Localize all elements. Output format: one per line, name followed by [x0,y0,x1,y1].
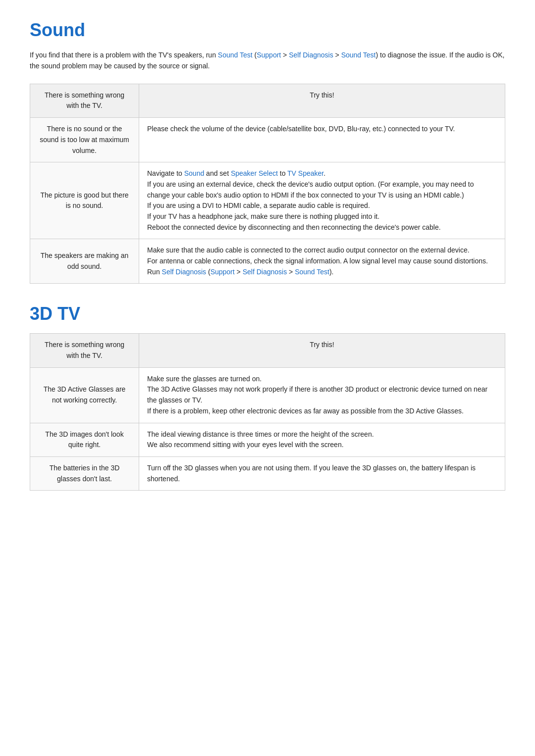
3dtv-solution-2: The ideal viewing distance is three time… [139,423,505,456]
sound-link-sol2[interactable]: Sound [184,169,204,177]
3dtv-solution-3: Turn off the 3D glasses when you are not… [139,456,505,490]
sol2-before: Navigate to [147,169,184,177]
3dtv-problem-3: The batteries in the 3D glasses don't la… [30,456,139,490]
3dtv-col2-header: Try this! [139,334,505,367]
sound-col1-header: There is something wrong with the TV. [30,84,139,117]
sol2-between2: to [278,169,287,177]
self-diagnosis-link-3[interactable]: Self Diagnosis [243,268,287,276]
sol2-between1: and set [204,169,231,177]
3dtv-section-title: 3D TV [30,303,505,324]
sol3-between: ( [206,268,211,276]
sound-problem-3: The speakers are making an odd sound. [30,239,139,284]
sound-intro: If you find that there is a problem with… [30,50,505,72]
3dtv-problem-1: The 3D Active Glasses are not working co… [30,367,139,423]
sol3-arrow1: > [235,268,243,276]
intro-arrow-1: > [281,51,289,59]
sound-test-link-3[interactable]: Sound Test [295,268,329,276]
sol3-end: ). [329,268,334,276]
table-row: The 3D Active Glasses are not working co… [30,367,505,423]
sound-test-link-1[interactable]: Sound Test [218,51,253,59]
self-diagnosis-link-1[interactable]: Self Diagnosis [289,51,333,59]
sound-solution-2: Navigate to Sound and set Speaker Select… [139,162,505,239]
sound-problem-1: There is no sound or the sound is too lo… [30,118,139,162]
intro-arrow-2: > [333,51,341,59]
table-row: The batteries in the 3D glasses don't la… [30,456,505,490]
3dtv-table: There is something wrong with the TV. Tr… [30,333,505,491]
sound-table: There is something wrong with the TV. Tr… [30,84,505,284]
self-diagnosis-link-2[interactable]: Self Diagnosis [162,268,207,276]
sound-problem-2: The picture is good but there is no soun… [30,162,139,239]
sol3-arrow2: > [287,268,295,276]
table-row: The speakers are making an odd sound. Ma… [30,239,505,284]
3dtv-section: 3D TV There is something wrong with the … [30,303,505,491]
sound-col2-header: Try this! [139,84,505,117]
tv-speaker-link[interactable]: TV Speaker [287,169,323,177]
speaker-select-link[interactable]: Speaker Select [231,169,278,177]
table-row: The picture is good but there is no soun… [30,162,505,239]
sound-test-link-2[interactable]: Sound Test [341,51,376,59]
table-row: The 3D images don't look quite right. Th… [30,423,505,456]
sound-solution-3: Make sure that the audio cable is connec… [139,239,505,284]
sound-solution-1: Please check the volume of the device (c… [139,118,505,162]
sound-section-title: Sound [30,20,505,41]
sol2-rest: . If you are using an external device, c… [147,169,474,231]
3dtv-problem-2: The 3D images don't look quite right. [30,423,139,456]
3dtv-solution-1: Make sure the glasses are turned on. The… [139,367,505,423]
intro-text-before: If you find that there is a problem with… [30,51,218,59]
table-row: There is no sound or the sound is too lo… [30,118,505,162]
3dtv-col1-header: There is something wrong with the TV. [30,334,139,367]
intro-paren-open: ( [253,51,257,59]
support-link-1[interactable]: Support [257,51,281,59]
support-link-2[interactable]: Support [211,268,235,276]
